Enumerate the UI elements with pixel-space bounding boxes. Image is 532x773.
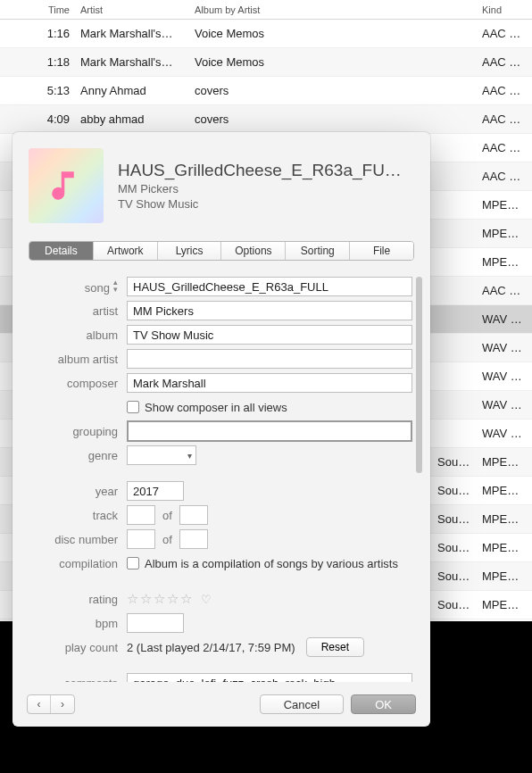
show-composer-label: Show composer in all views [145, 401, 287, 414]
prev-button[interactable]: ‹ [28, 695, 51, 713]
label-artist: artist [12, 304, 127, 318]
cell-kind: MPEG au [477, 484, 532, 497]
cell-kind: WAV aud [477, 398, 532, 411]
tab-file[interactable]: File [350, 242, 413, 260]
cell-time: 1:18 [0, 55, 75, 69]
reset-button[interactable]: Reset [306, 637, 364, 657]
bpm-field[interactable] [127, 613, 184, 633]
cell-time: 1:16 [0, 27, 75, 40]
track-of-field[interactable] [179, 505, 208, 525]
cell-kind: MPEG au [477, 455, 532, 469]
cell-time: 5:13 [0, 84, 75, 97]
cell-artist: Mark Marshall's… [75, 27, 189, 40]
grouping-field[interactable] [127, 420, 412, 442]
cell-kind: MPEG au [477, 512, 532, 526]
cell-kind: AAC aud [477, 284, 532, 297]
disc-of-label: of [155, 533, 179, 546]
album-field[interactable] [127, 325, 412, 345]
cell-kind: WAV aud [477, 370, 532, 383]
tab-options[interactable]: Options [221, 242, 286, 260]
cell-sound: Soun… [432, 484, 477, 497]
cell-kind: MPEG au [477, 227, 532, 240]
composer-field[interactable] [127, 373, 412, 393]
cancel-button[interactable]: Cancel [260, 694, 344, 714]
disc-field[interactable] [127, 529, 155, 549]
ok-button[interactable]: OK [351, 694, 416, 714]
song-field[interactable] [127, 277, 412, 296]
album-art [29, 148, 104, 223]
cell-kind: AAC aud [477, 55, 532, 69]
label-genre: genre [12, 449, 127, 462]
cell-time: 4:09 [0, 112, 75, 126]
cell-kind: MPEG au [477, 541, 532, 554]
track-of-label: of [155, 509, 179, 522]
table-row[interactable]: 1:16Mark Marshall's…Voice MemosAAC aud [0, 20, 532, 48]
cell-album: Voice Memos [189, 27, 432, 40]
cell-album: covers [189, 84, 432, 97]
tab-sorting[interactable]: Sorting [286, 242, 350, 260]
cell-sound: Soun… [432, 598, 477, 611]
cell-sound: Soun… [432, 569, 477, 583]
artist-field[interactable] [127, 301, 412, 320]
comments-field[interactable] [127, 673, 412, 682]
show-composer-checkbox[interactable] [127, 401, 139, 413]
next-button[interactable]: › [51, 695, 74, 713]
cell-kind: MPEG au [477, 569, 532, 583]
label-album: album [12, 328, 127, 342]
table-row[interactable]: 5:13Anny AhmadcoversAAC aud [0, 77, 532, 105]
tab-lyrics[interactable]: Lyrics [158, 242, 222, 260]
tab-artwork[interactable]: Artwork [94, 242, 158, 260]
label-comments: comments [12, 677, 127, 683]
album-artist-field[interactable] [127, 349, 412, 369]
table-row[interactable]: 4:09abby ahmadcoversAAC aud [0, 105, 532, 134]
dialog-footer: ‹ › Cancel OK [12, 682, 430, 727]
col-header-artist[interactable]: Artist [75, 4, 189, 15]
list-header: Time Artist Album by Artist Kind [0, 0, 532, 20]
compilation-checkbox[interactable] [127, 557, 139, 569]
tab-bar: DetailsArtworkLyricsOptionsSortingFile [29, 241, 414, 261]
genre-select[interactable]: ▾ [127, 445, 196, 465]
col-header-album[interactable]: Album by Artist [189, 4, 432, 15]
cell-kind: WAV aud [477, 312, 532, 326]
label-compilation: compilation [12, 557, 127, 570]
info-dialog: HAUS_GrilledCheese_E_R63a_FU… MM Pickers… [12, 132, 430, 727]
prev-next-segment: ‹ › [27, 694, 75, 714]
label-rating: rating [12, 593, 127, 606]
compilation-label: Album is a compilation of songs by vario… [145, 557, 398, 570]
play-count-value: 2 (Last played 2/14/17, 7:59 PM) [127, 641, 295, 654]
label-composer: composer [12, 377, 127, 390]
music-note-icon [47, 167, 85, 204]
cell-artist: Mark Marshall's… [75, 55, 189, 69]
cell-kind: AAC aud [477, 112, 532, 126]
dialog-subtitle-album: TV Show Music [118, 197, 414, 211]
scrollbar[interactable] [416, 277, 422, 473]
label-play-count: play count [12, 641, 127, 654]
label-year: year [12, 485, 127, 498]
dialog-title: HAUS_GrilledCheese_E_R63a_FU… [118, 161, 414, 180]
cell-artist: Anny Ahmad [75, 84, 189, 97]
label-album-artist: album artist [12, 353, 127, 366]
cell-sound: Soun… [432, 541, 477, 554]
cell-kind: WAV aud [477, 427, 532, 440]
cell-kind: MPEG au [477, 198, 532, 212]
label-track: track [12, 509, 127, 522]
cell-album: Voice Memos [189, 55, 432, 69]
label-bpm: bpm [12, 617, 127, 630]
disc-of-field[interactable] [179, 529, 208, 549]
cell-kind: AAC aud [477, 27, 532, 40]
cell-artist: abby ahmad [75, 112, 189, 126]
rating-stars[interactable]: ☆☆☆☆☆ [127, 591, 194, 607]
table-row[interactable]: 1:18Mark Marshall's…Voice MemosAAC aud [0, 48, 532, 77]
cell-sound: Soun… [432, 512, 477, 526]
sort-icon[interactable]: ▴▾ [113, 278, 118, 293]
form-area: song▴▾ artist album album artist compose… [12, 270, 425, 682]
col-header-time[interactable]: Time [0, 4, 75, 15]
cell-kind: WAV aud [477, 341, 532, 354]
label-song: song▴▾ [12, 278, 127, 295]
year-field[interactable] [127, 481, 184, 501]
tab-details[interactable]: Details [29, 242, 94, 260]
col-header-kind[interactable]: Kind [477, 4, 532, 15]
track-field[interactable] [127, 505, 155, 525]
love-icon[interactable]: ♡ [201, 593, 212, 606]
dialog-subtitle-artist: MM Pickers [118, 182, 414, 195]
